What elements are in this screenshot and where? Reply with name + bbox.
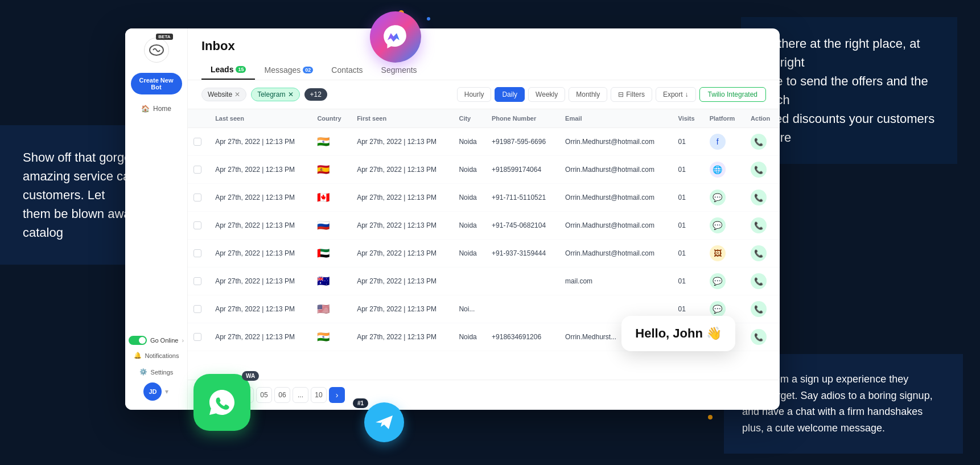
table-row: Apr 27th, 2022 | 12:13 PM 🇦🇪 Apr 27th, 2… xyxy=(188,240,780,268)
sidebar-bottom: Go Online › 🔔 Notifications ⚙️ Settings … xyxy=(129,336,184,410)
number-1-badge: #1 xyxy=(353,398,368,408)
top-bar: Inbox Leads 15 Messages 02 Contacts Segm… xyxy=(188,28,780,80)
call-action-button[interactable]: 📞 xyxy=(751,245,767,261)
row-checkbox[interactable] xyxy=(193,166,201,174)
col-phone: Phone Number xyxy=(486,109,559,128)
row-checkbox[interactable] xyxy=(193,138,201,146)
platform-web-icon: 🌐 xyxy=(710,162,726,178)
sidebar: BETA Create New Bot 🏠 Home Go Online › 🔔… xyxy=(125,28,188,410)
tab-leads[interactable]: Leads 15 xyxy=(201,60,255,80)
notifications-item[interactable]: 🔔 Notifications xyxy=(134,349,179,361)
avatar-menu-icon: ▾ xyxy=(165,388,168,396)
col-email: Email xyxy=(559,109,672,128)
tab-contacts-label: Contacts xyxy=(331,65,363,75)
pagination-page-10[interactable]: 10 xyxy=(311,387,327,403)
messenger-icon xyxy=(370,11,421,63)
wa-badge: WA xyxy=(242,371,259,381)
call-action-button[interactable]: 📞 xyxy=(751,301,767,317)
tab-messages[interactable]: Messages 02 xyxy=(255,60,322,80)
twilio-integrated-button[interactable]: Twilio Integrated xyxy=(699,87,766,102)
call-action-button[interactable]: 📞 xyxy=(751,134,767,150)
settings-item[interactable]: ⚙️ Settings xyxy=(139,366,174,378)
platform-whatsapp-icon: 💬 xyxy=(710,217,726,233)
row-checkbox[interactable] xyxy=(193,305,201,313)
action-cell: 📞 xyxy=(745,128,780,156)
filter-bar: Website ✕ Telegram ✕ +12 Hourly Daily We… xyxy=(188,80,780,109)
call-action-button[interactable]: 📞 xyxy=(751,190,767,205)
row-checkbox[interactable] xyxy=(193,249,201,257)
filters-button[interactable]: ⊟ Filters xyxy=(611,87,652,102)
user-avatar-row: JD ▾ xyxy=(143,382,168,401)
filter-website[interactable]: Website ✕ xyxy=(201,88,246,101)
tab-contacts[interactable]: Contacts xyxy=(322,60,372,80)
call-action-button[interactable]: 📞 xyxy=(751,273,767,289)
create-bot-button[interactable]: Create New Bot xyxy=(131,73,182,94)
tab-segments[interactable]: Segments xyxy=(372,60,426,80)
website-label: Website xyxy=(208,90,232,98)
monthly-button[interactable]: Monthly xyxy=(569,87,607,102)
export-label: Export xyxy=(663,90,683,98)
twilio-label: Twilio Integrated xyxy=(708,90,757,98)
row-checkbox[interactable] xyxy=(193,333,201,341)
chevron-right-icon: › xyxy=(182,337,184,344)
home-label: Home xyxy=(153,105,171,113)
whatsapp-icon xyxy=(193,374,250,431)
table-header-row: Last seen Country First seen City Phone … xyxy=(188,109,780,128)
col-city: City xyxy=(453,109,486,128)
first-seen-cell: Apr 27th, 2022 | 12:13 PM xyxy=(351,128,453,156)
pagination-next[interactable]: › xyxy=(329,387,345,403)
city-cell: Noida xyxy=(453,128,486,156)
filter-more-badge[interactable]: +12 xyxy=(304,88,327,101)
pagination-ellipsis: ... xyxy=(293,387,308,403)
row-checkbox[interactable] xyxy=(193,221,201,229)
main-content: Inbox Leads 15 Messages 02 Contacts Segm… xyxy=(188,28,780,410)
telegram-close-icon[interactable]: ✕ xyxy=(288,90,294,98)
hello-john-text: Hello, John 👋 xyxy=(635,326,722,341)
beta-badge: BETA xyxy=(156,34,172,40)
col-first-seen: First seen xyxy=(351,109,453,128)
filter-telegram[interactable]: Telegram ✕ xyxy=(251,88,299,101)
pagination-page-6[interactable]: 06 xyxy=(274,387,290,403)
website-close-icon[interactable]: ✕ xyxy=(234,90,240,98)
row-checkbox[interactable] xyxy=(193,277,201,285)
table-row: Apr 27th, 2022 | 12:13 PM 🇦🇺 Apr 27th, 2… xyxy=(188,268,780,295)
tabs: Leads 15 Messages 02 Contacts Segments xyxy=(201,60,766,80)
platform-image-icon: 🖼 xyxy=(710,245,726,261)
pagination-page-5[interactable]: 05 xyxy=(256,387,272,403)
col-country: Country xyxy=(311,109,351,128)
sidebar-item-home[interactable]: 🏠 Home xyxy=(125,100,187,117)
daily-button[interactable]: Daily xyxy=(495,87,525,102)
email-cell: Orrin.Medhurst@hotmail.com xyxy=(559,128,672,156)
col-last-seen: Last seen xyxy=(209,109,311,128)
tab-leads-label: Leads xyxy=(211,65,233,74)
col-visits: Visits xyxy=(673,109,704,128)
filter-icon: ⊟ xyxy=(618,90,624,98)
toggle-switch[interactable] xyxy=(129,336,147,345)
home-icon: 🏠 xyxy=(141,105,150,113)
app-window: BETA Create New Bot 🏠 Home Go Online › 🔔… xyxy=(125,28,780,410)
avatar: JD xyxy=(143,382,162,401)
call-action-button[interactable]: 📞 xyxy=(751,162,767,178)
col-platform: Platform xyxy=(704,109,745,128)
bell-icon: 🔔 xyxy=(134,352,142,359)
settings-label: Settings xyxy=(151,369,174,376)
country-cell: 🇮🇳 xyxy=(311,128,351,156)
weekly-button[interactable]: Weekly xyxy=(528,87,565,102)
go-online-label: Go Online xyxy=(150,337,179,344)
notifications-label: Notifications xyxy=(145,352,179,359)
tab-messages-label: Messages xyxy=(264,65,300,75)
tab-messages-badge: 02 xyxy=(303,67,313,73)
call-action-button[interactable]: 📞 xyxy=(751,329,767,345)
table-row: Apr 27th, 2022 | 12:13 PM 🇷🇺 Apr 27th, 2… xyxy=(188,212,780,240)
hourly-button[interactable]: Hourly xyxy=(457,87,492,102)
go-online-toggle[interactable]: Go Online › xyxy=(129,336,184,345)
table-row: Apr 27th, 2022 | 12:13 PM 🇨🇦 Apr 27th, 2… xyxy=(188,184,780,212)
platform-chat-icon: 💬 xyxy=(710,301,726,317)
call-action-button[interactable]: 📞 xyxy=(751,217,767,233)
row-checkbox[interactable] xyxy=(193,194,201,201)
inbox-title: Inbox xyxy=(201,39,766,54)
platform-whatsapp-icon: 💬 xyxy=(710,273,726,289)
pagination: ‹ 01 04 05 06 ... 10 › xyxy=(188,380,780,410)
telegram-icon xyxy=(364,402,404,442)
export-button[interactable]: Export ↓ xyxy=(656,87,696,102)
